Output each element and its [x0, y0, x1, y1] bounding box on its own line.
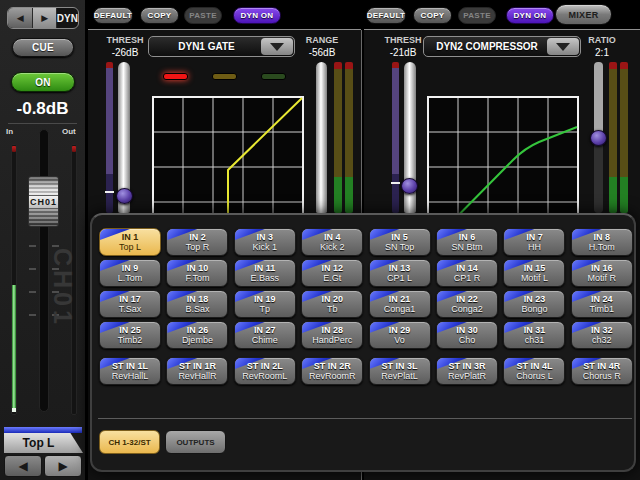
channel-button-in-23[interactable]: IN 23Bongo	[503, 290, 565, 318]
channel-id: ST IN 2L	[247, 361, 283, 371]
tab-ch-1-32-st[interactable]: CH 1-32/ST	[99, 430, 160, 454]
channel-button-in-6[interactable]: IN 6SN Btm	[436, 228, 498, 256]
channel-label: HandPerc	[312, 335, 352, 345]
channel-button-in-1[interactable]: IN 1Top L	[99, 228, 161, 256]
channel-id: IN 6	[459, 232, 476, 242]
channel-button-in-4[interactable]: IN 4Kick 2	[301, 228, 363, 256]
channel-label: L.Tom	[118, 273, 143, 283]
channel-button-in-24[interactable]: IN 24Timb1	[571, 290, 633, 318]
channel-button-in-3[interactable]: IN 3Kick 1	[234, 228, 296, 256]
channel-on-button[interactable]: ON	[11, 72, 75, 92]
dyn2-paste-button[interactable]: PASTE	[458, 7, 496, 24]
channel-button-st-in-2l[interactable]: ST IN 2LRevRoomL	[234, 357, 296, 385]
channel-id: IN 5	[391, 232, 408, 242]
tab-outputs[interactable]: OUTPUTS	[165, 430, 226, 454]
channel-id: IN 24	[591, 294, 613, 304]
channel-button-st-in-3r[interactable]: ST IN 3RRevPlatR	[436, 357, 498, 385]
channel-button-in-11[interactable]: IN 11E.Bass	[234, 259, 296, 287]
channel-label: Bongo	[521, 304, 547, 314]
channel-label: Vo	[394, 335, 405, 345]
channel-id: IN 9	[122, 263, 139, 273]
channel-button-in-27[interactable]: IN 27Chime	[234, 321, 296, 349]
channel-label: RevPlatL	[381, 371, 418, 381]
channel-button-in-16[interactable]: IN 16Motif R	[571, 259, 633, 287]
channel-button-in-2[interactable]: IN 2Top R	[166, 228, 228, 256]
channel-button-in-26[interactable]: IN 26Djembe	[166, 321, 228, 349]
channel-button-in-28[interactable]: IN 28HandPerc	[301, 321, 363, 349]
channel-button-in-17[interactable]: IN 17T.Sax	[99, 290, 161, 318]
divider	[8, 123, 77, 124]
channel-button-in-14[interactable]: IN 14CP1 R	[436, 259, 498, 287]
channel-label: Djembe	[182, 335, 213, 345]
channel-id: IN 17	[119, 294, 141, 304]
channel-button-in-10[interactable]: IN 10F.Tom	[166, 259, 228, 287]
prev-channel-button[interactable]: ◀	[4, 455, 42, 477]
channel-button-in-21[interactable]: IN 21Conga1	[369, 290, 431, 318]
next-page-button[interactable]: ▶	[33, 8, 56, 28]
channel-button-st-in-4l[interactable]: ST IN 4LChorus L	[503, 357, 565, 385]
channel-button-st-in-1r[interactable]: ST IN 1RRevHallR	[166, 357, 228, 385]
dyn-tab-label: DYN	[57, 8, 78, 28]
channel-button-st-in-4r[interactable]: ST IN 4RChorus R	[571, 357, 633, 385]
gate-led-green	[261, 73, 286, 80]
channel-button-in-20[interactable]: IN 20Tb	[301, 290, 363, 318]
dyn2-output-meter-r	[620, 62, 628, 213]
channel-button-in-25[interactable]: IN 25Timb2	[99, 321, 161, 349]
channel-button-in-15[interactable]: IN 15Motif L	[503, 259, 565, 287]
dyn1-output-meter-l	[334, 62, 342, 213]
channel-label: Timb1	[589, 304, 614, 314]
channel-button-in-22[interactable]: IN 22Conga2	[436, 290, 498, 318]
channel-id: IN 13	[389, 263, 411, 273]
dyn2-type-dropdown[interactable]: DYN2 COMPRESSOR	[423, 36, 581, 57]
channel-button-in-13[interactable]: IN 13CP1 L	[369, 259, 431, 287]
cue-button[interactable]: CUE	[12, 38, 74, 57]
channel-label: Top R	[186, 242, 210, 252]
channel-id: IN 15	[524, 263, 546, 273]
next-channel-button[interactable]: ▶	[44, 455, 82, 477]
channel-label: Motif R	[588, 273, 617, 283]
dyn2-thresh-knob[interactable]	[401, 178, 418, 194]
channel-id: IN 11	[254, 263, 275, 273]
channel-button-in-31[interactable]: IN 31ch31	[503, 321, 565, 349]
meter-peak-cap	[12, 146, 16, 152]
channel-button-in-32[interactable]: IN 32ch32	[571, 321, 633, 349]
channel-fader-cap[interactable]: CH01	[28, 176, 59, 227]
overlay-divider	[98, 418, 632, 419]
channel-button-in-30[interactable]: IN 30Cho	[436, 321, 498, 349]
channel-label: Timb2	[118, 335, 143, 345]
dyn2-default-button[interactable]: DEFAULT	[366, 7, 406, 24]
channel-button-in-5[interactable]: IN 5SN Top	[369, 228, 431, 256]
channel-label: Chorus R	[583, 371, 621, 381]
channel-button-st-in-1l[interactable]: ST IN 1LRevHallL	[99, 357, 161, 385]
dyn2-ratio-knob[interactable]	[590, 130, 607, 146]
channel-button-in-12[interactable]: IN 12E.Gt	[301, 259, 363, 287]
dyn1-type-dropdown[interactable]: DYN1 GATE	[148, 36, 295, 57]
dropdown-arrow-button[interactable]	[261, 38, 293, 55]
channel-button-in-8[interactable]: IN 8H.Tom	[571, 228, 633, 256]
dyn1-thresh-knob[interactable]	[116, 188, 133, 204]
channel-button-in-29[interactable]: IN 29Vo	[369, 321, 431, 349]
channel-id: ST IN 2R	[314, 361, 351, 371]
dropdown-arrow-button[interactable]	[547, 38, 579, 55]
dyn2-on-button[interactable]: DYN ON	[506, 7, 554, 24]
channel-button-in-19[interactable]: IN 19Tp	[234, 290, 296, 318]
dyn1-range-slider[interactable]	[316, 62, 327, 213]
channel-button-st-in-2r[interactable]: ST IN 2RRevRoomR	[301, 357, 363, 385]
dyn1-on-button[interactable]: DYN ON	[233, 7, 281, 24]
mixer-button[interactable]: MIXER	[555, 4, 612, 25]
channel-button-in-18[interactable]: IN 18B.Sax	[166, 290, 228, 318]
channel-name-tag: Top L	[4, 433, 83, 453]
channel-id: ST IN 4R	[583, 361, 620, 371]
channel-button-in-7[interactable]: IN 7HH	[503, 228, 565, 256]
dyn1-copy-button[interactable]: COPY	[140, 7, 179, 24]
dyn1-paste-button[interactable]: PASTE	[184, 7, 222, 24]
channel-label: ch31	[525, 335, 545, 345]
channel-id-watermark: CH01	[48, 248, 77, 328]
channel-label: RevHallL	[112, 371, 149, 381]
channel-button-st-in-3l[interactable]: ST IN 3LRevPlatL	[369, 357, 431, 385]
channel-id: IN 28	[321, 325, 343, 335]
prev-page-button[interactable]: ◀	[8, 8, 33, 28]
dyn2-copy-button[interactable]: COPY	[413, 7, 452, 24]
dyn1-default-button[interactable]: DEFAULT	[93, 7, 133, 24]
channel-button-in-9[interactable]: IN 9L.Tom	[99, 259, 161, 287]
